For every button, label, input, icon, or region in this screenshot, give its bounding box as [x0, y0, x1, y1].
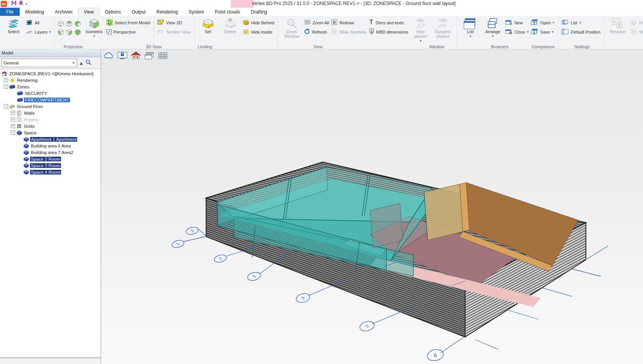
eye-dynamic-icon	[437, 18, 449, 29]
expand-icon[interactable]: +	[4, 78, 8, 82]
section-view-icon	[157, 29, 164, 35]
delete-box-icon	[224, 18, 237, 29]
hide-inside-button[interactable]: Hide Inside	[242, 27, 276, 36]
tab-modeling[interactable]: Modeling	[20, 8, 49, 16]
window-new-button[interactable]: New	[504, 18, 530, 27]
collapse-up-icon[interactable]: ▲	[79, 60, 84, 66]
tree-item-space-3[interactable]: Space 3 Room	[0, 162, 101, 169]
default-position-button[interactable]: Default Position	[560, 27, 602, 36]
tree-item-building-area-7[interactable]: Building area 7 Area2	[0, 149, 101, 156]
tree-item-building-area-6[interactable]: Building area 6 Area	[0, 142, 101, 149]
layers-button[interactable]: Layers ▾	[25, 27, 52, 36]
view-3d-icon	[157, 19, 164, 26]
collapse-icon[interactable]: −	[4, 104, 8, 108]
set-limit-button[interactable]: Set	[197, 17, 219, 34]
notifications-bell-icon[interactable]	[19, 0, 24, 7]
checkbox-checked-icon: ✓	[107, 29, 112, 34]
perspective-checkbox[interactable]: ✓ Perspective	[105, 27, 151, 36]
zone-cubes-icon	[17, 91, 23, 96]
tree-item-label: Rendering	[16, 78, 38, 83]
caret-down-icon: ▾	[553, 21, 554, 24]
app-logo-icon[interactable]: BD	[1, 1, 7, 7]
model-tree[interactable]: ZONESPACE [REV1->][Kimmo Honkanen] + Ren…	[0, 69, 101, 357]
browsers-list-button[interactable]: List ▾	[560, 18, 602, 27]
tree-item-zones[interactable]: − Zones	[0, 83, 101, 90]
tree-item-label: Ground Floor	[16, 104, 44, 109]
select-button[interactable]: Select	[2, 17, 25, 34]
quick-access-dropdown-icon[interactable]: ▾	[25, 2, 27, 6]
ribbon-group-select: Select All Layers ▾	[0, 16, 55, 49]
comparison-file-label: File	[639, 20, 643, 25]
tree-item-root[interactable]: ZONESPACE [REV1->][Kimmo Honkanen]	[0, 70, 101, 77]
collapse-icon[interactable]: −	[11, 130, 15, 135]
tree-item-space-2[interactable]: Space 2 Room	[0, 156, 101, 162]
tree-item-walls[interactable]: + Walls	[0, 110, 101, 116]
dims-and-texts-button[interactable]: T Dims and texts	[367, 18, 409, 27]
zoom-window-button: Zoom Window	[281, 17, 303, 39]
window-save-button[interactable]: Save ▾	[530, 27, 555, 36]
select-from-model-label: Select From Model	[115, 20, 150, 25]
expand-icon[interactable]: +	[11, 124, 15, 128]
zoom-all-button[interactable]: Zoom All	[303, 18, 330, 27]
expand-icon[interactable]: +	[11, 111, 15, 115]
isometric-button[interactable]: Isometric ▾	[83, 17, 105, 39]
tab-point-clouds[interactable]: Point clouds	[210, 8, 245, 16]
tree-item-rooms[interactable]: + Rooms	[0, 116, 101, 123]
refresh-button[interactable]: Refresh	[303, 27, 330, 36]
tab-output[interactable]: Output	[126, 8, 151, 16]
window-list-button[interactable]: List ▾	[459, 17, 482, 39]
window-open-button[interactable]: Open ▾	[530, 18, 555, 27]
save-icon[interactable]	[11, 0, 17, 7]
tree-item-firecompartment[interactable]: FIRECOMPARTMENT	[0, 97, 101, 103]
zone-security-tan	[424, 183, 469, 240]
caret-down-icon: ▾	[49, 30, 51, 34]
hide-behind-button[interactable]: Hide Behind	[242, 18, 276, 27]
search-icon[interactable]	[85, 59, 91, 67]
tree-item-space-4[interactable]: Space 4 Room	[0, 169, 101, 175]
projection-cube-toggles[interactable]	[57, 17, 81, 36]
tab-options[interactable]: Options	[100, 8, 126, 16]
ribbon-group-projection: Isometric ▾ Select From Model ✓ Perspect…	[55, 16, 154, 49]
tab-system[interactable]: System	[183, 8, 210, 16]
mbd-icon: A	[369, 29, 374, 35]
panel-footer	[0, 358, 101, 363]
tree-item-security[interactable]: SECURITY	[0, 90, 101, 97]
collapse-icon[interactable]: −	[4, 85, 8, 89]
view-3d-button[interactable]: View 3D	[156, 18, 191, 27]
window-open-icon	[531, 19, 538, 26]
tree-item-space[interactable]: − Space	[0, 129, 101, 136]
tab-view[interactable]: View	[78, 8, 100, 16]
viewport-3d[interactable]: 2 1 2 3 4 5 6	[102, 49, 643, 364]
delete-limit-button: Delete	[219, 17, 242, 34]
set-label: Set	[205, 29, 211, 34]
tree-filter-combobox[interactable]: General ▼	[2, 59, 77, 67]
delete-label: Delete	[224, 29, 237, 34]
arrange-button[interactable]: Arrange ▾	[482, 17, 504, 39]
tab-rendering[interactable]: Rendering	[151, 8, 183, 16]
tree-item-rendering[interactable]: + Rendering	[0, 77, 101, 83]
tab-file[interactable]: File	[0, 8, 20, 16]
expand-icon[interactable]: +	[11, 117, 15, 122]
svg-text:2: 2	[218, 256, 223, 261]
redraw-button[interactable]: R Redraw	[330, 18, 367, 27]
isometric-cube-icon	[88, 18, 100, 29]
section-view-label: Section View	[166, 30, 190, 34]
tree-item-apartment-1[interactable]: Apartment 1 Apartment	[0, 136, 101, 142]
svg-text:3: 3	[251, 274, 256, 279]
tree-item-label: FIRECOMPARTMENT	[24, 98, 70, 102]
divider	[9, 1, 9, 7]
tab-drafting[interactable]: Drafting	[245, 8, 272, 16]
all-layers-button[interactable]: All	[25, 18, 52, 27]
chevron-down-icon: ▼	[72, 61, 75, 65]
tree-item-grids[interactable]: + Grids	[0, 123, 101, 129]
tree-item-label: SECURITY	[24, 91, 48, 96]
hide-behind-cube-icon	[243, 19, 249, 26]
window-close-button[interactable]: Close ▾	[504, 27, 530, 36]
select-from-model-button[interactable]: Select From Model	[105, 18, 151, 27]
tree-item-ground-floor[interactable]: − Ground Floor	[0, 103, 101, 110]
window-close-label: Close	[514, 30, 525, 34]
svg-text:R: R	[618, 24, 621, 28]
select-label: Select	[8, 29, 20, 34]
mbd-dimensions-button[interactable]: A MBD dimensions	[367, 27, 409, 36]
tab-archives[interactable]: Archives	[49, 8, 78, 16]
